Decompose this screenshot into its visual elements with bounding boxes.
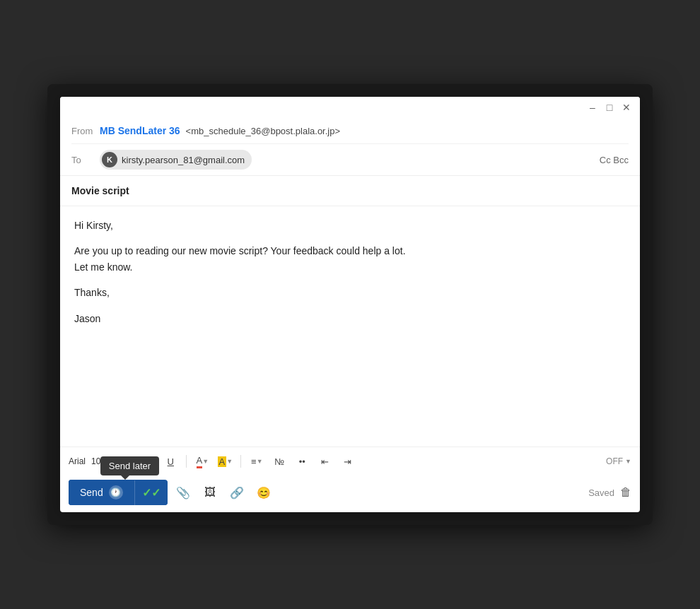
paperclip-icon: 📎 <box>176 486 190 499</box>
align-arrow: ▼ <box>257 458 263 465</box>
recipient-avatar: K <box>102 152 117 167</box>
body-paragraph1: Are you up to reading our new movie scri… <box>74 243 626 275</box>
title-bar-controls: – □ ✕ <box>588 102 631 112</box>
insert-image-button[interactable]: 🖼 <box>199 481 221 504</box>
image-icon: 🖼 <box>204 486 216 499</box>
attach-file-button[interactable]: 📎 <box>172 481 194 504</box>
ordered-list-button[interactable]: № <box>269 451 289 471</box>
link-icon: 🔗 <box>230 486 244 499</box>
from-name: MB SendLater 36 <box>100 125 180 136</box>
unordered-list-button[interactable]: •• <box>292 451 312 471</box>
send-button-group: Send later Send 🕐 ✓✓ <box>69 480 168 505</box>
insert-emoji-button[interactable]: 😊 <box>252 481 275 504</box>
from-email: <mb_schedule_36@bpost.plala.or.jp> <box>186 126 340 136</box>
off-toggle[interactable]: OFF ▼ <box>606 456 631 466</box>
to-row: To K kirsty.pearson_81@gmail.com Cc Bcc <box>71 144 629 175</box>
trash-icon: 🗑 <box>620 486 631 499</box>
bottom-toolbar: Send later Send 🕐 ✓✓ 📎 🖼 🔗 <box>60 475 640 512</box>
send-later-tooltip: Send later <box>100 456 159 475</box>
font-color-arrow: ▼ <box>202 458 209 465</box>
font-selector[interactable]: Arial <box>69 456 86 466</box>
highlight-arrow: ▼ <box>226 458 233 465</box>
close-button[interactable]: ✕ <box>622 102 631 112</box>
recipient-email: kirsty.pearson_81@gmail.com <box>122 155 245 165</box>
compose-window: – □ ✕ From MB SendLater 36 <mb_schedule_… <box>60 97 640 512</box>
to-label: To <box>71 155 100 165</box>
cc-bcc-button[interactable]: Cc Bcc <box>600 155 629 165</box>
separator-1 <box>186 455 187 468</box>
off-arrow: ▼ <box>625 458 631 465</box>
saved-status: Saved 🗑 <box>588 486 631 499</box>
minimize-button[interactable]: – <box>588 102 597 112</box>
recipient-chip[interactable]: K kirsty.pearson_81@gmail.com <box>100 150 252 170</box>
font-color-button[interactable]: A ▼ <box>192 451 212 471</box>
body-closing: Thanks, <box>74 285 626 300</box>
align-button[interactable]: ≡ ▼ <box>247 451 267 471</box>
title-bar: – □ ✕ <box>60 97 640 118</box>
from-row: From MB SendLater 36 <mb_schedule_36@bpo… <box>71 118 629 144</box>
emoji-icon: 😊 <box>257 486 271 499</box>
header-section: From MB SendLater 36 <mb_schedule_36@bpo… <box>60 118 640 176</box>
subject-row: Movie script <box>60 176 640 206</box>
send-check-button[interactable]: ✓✓ <box>134 480 168 505</box>
indent-increase-button[interactable]: ⇥ <box>337 451 357 471</box>
send-clock-icon: 🕐 <box>109 485 123 499</box>
maximize-button[interactable]: □ <box>605 102 614 112</box>
from-label: From <box>71 126 100 136</box>
checkmark-icon: ✓✓ <box>142 486 161 499</box>
separator-2 <box>240 455 241 468</box>
indent-decrease-button[interactable]: ⇤ <box>315 451 334 471</box>
highlight-button[interactable]: A ▼ <box>215 451 235 471</box>
body-greeting: Hi Kirsty, <box>74 218 626 233</box>
saved-text: Saved <box>588 487 614 498</box>
subject-text: Movie script <box>71 185 129 196</box>
underline-button[interactable]: U <box>161 451 180 471</box>
delete-button[interactable]: 🗑 <box>620 486 631 499</box>
body-section[interactable]: Hi Kirsty, Are you up to reading our new… <box>60 206 640 447</box>
body-signature: Jason <box>74 311 626 326</box>
insert-link-button[interactable]: 🔗 <box>226 481 248 504</box>
